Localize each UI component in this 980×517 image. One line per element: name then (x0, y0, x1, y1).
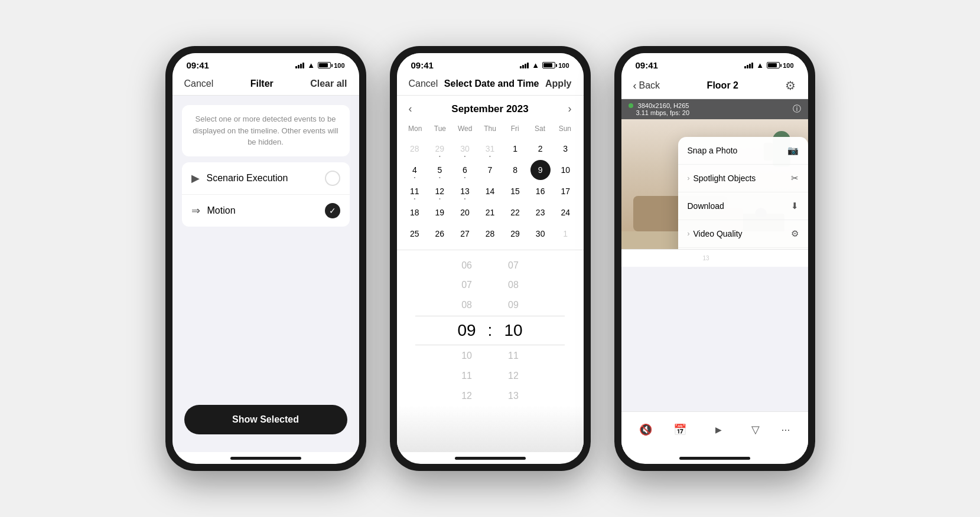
cal-day[interactable]: 22 (503, 202, 528, 222)
cal-day[interactable]: 26 (428, 224, 452, 244)
cal-day[interactable]: 23 (528, 202, 552, 222)
minute-item[interactable]: 09 (508, 297, 519, 313)
menu-item-spotlight[interactable]: › Spotlight Objects ✂ (678, 165, 808, 192)
cal-day[interactable]: 19 (428, 202, 452, 222)
cal-day[interactable]: 1 (554, 224, 578, 244)
timeline-tick: 13 (699, 255, 714, 261)
hour-item[interactable]: 12 (461, 388, 472, 404)
wifi-icon-3: ▲ (756, 61, 764, 70)
cal-day[interactable]: 1 (503, 139, 528, 159)
filter-button[interactable]: ▽ (751, 423, 760, 436)
cal-day[interactable]: 24 (554, 202, 578, 222)
minute-item[interactable]: 12 (508, 368, 519, 384)
apply-button[interactable]: Apply (545, 78, 571, 89)
cal-day[interactable]: 18 (403, 202, 427, 222)
cal-day[interactable]: 17 (554, 181, 578, 201)
cal-day[interactable]: 13 (453, 181, 477, 201)
hour-item[interactable]: 08 (461, 297, 472, 313)
hour-selected[interactable]: 09 (457, 318, 476, 344)
prev-month-button[interactable]: ‹ (409, 103, 412, 115)
calendar-days: 28 29 30 31 1 2 3 4 5 6 7 8 9 10 11 (403, 139, 578, 244)
download-icon: ⬇ (791, 201, 799, 211)
cal-day[interactable]: 4 (403, 160, 427, 180)
play-button[interactable]: ▶ (708, 419, 730, 440)
clear-all-button[interactable]: Clear all (310, 78, 347, 89)
battery-label-1: 100 (334, 62, 344, 69)
next-month-button[interactable]: › (568, 103, 572, 115)
filter-item-scenario[interactable]: ▶ Scenario Execution (182, 162, 350, 195)
filter-item-motion[interactable]: ⇒ Motion ✓ (182, 195, 350, 227)
calendar-button[interactable]: 📅 (673, 423, 686, 436)
cal-day[interactable]: 16 (528, 181, 552, 201)
cal-day[interactable]: 20 (453, 202, 477, 222)
motion-toggle[interactable]: ✓ (325, 203, 340, 218)
signal-icon-1 (295, 62, 304, 68)
cal-day[interactable]: 28 (403, 139, 427, 159)
cal-day[interactable]: 25 (403, 224, 427, 244)
weekday-tue: Tue (428, 122, 452, 135)
cal-day[interactable]: 11 (403, 181, 427, 201)
camera-spacer (621, 267, 808, 411)
camera-feed[interactable]: Snap a Photo 📷 › Spotlight Objects ✂ Dow… (621, 119, 808, 249)
speaker-button[interactable]: 🔇 (639, 423, 652, 436)
hour-item[interactable]: 06 (461, 258, 472, 273)
camera-timeline: 13 (621, 249, 808, 267)
menu-item-fullscreen[interactable]: Full screen ⤢ (678, 248, 808, 249)
cal-day[interactable]: 10 (554, 160, 578, 180)
cal-day[interactable]: 28 (478, 224, 502, 244)
cal-day[interactable]: 15 (503, 181, 528, 201)
time-fade-bottom (397, 405, 584, 452)
cal-day[interactable]: 29 (428, 139, 452, 159)
cal-day[interactable]: 5 (428, 160, 452, 180)
home-indicator-2 (397, 452, 584, 464)
cal-day[interactable]: 30 (453, 139, 477, 159)
scenario-toggle[interactable] (325, 171, 340, 186)
cal-day[interactable]: 3 (554, 139, 578, 159)
minute-column[interactable]: 07 08 09 10 11 12 13 (504, 258, 522, 403)
cancel-button-2[interactable]: Cancel (409, 78, 438, 89)
menu-item-download[interactable]: Download ⬇ (678, 192, 808, 220)
menu-item-snap[interactable]: Snap a Photo 📷 (678, 137, 808, 165)
context-menu: Snap a Photo 📷 › Spotlight Objects ✂ Dow… (678, 137, 808, 249)
back-button[interactable]: ‹ Back (633, 80, 660, 92)
settings-button[interactable] (785, 78, 796, 93)
cal-day[interactable]: 2 (528, 139, 552, 159)
home-indicator-3 (621, 452, 808, 464)
cal-day-selected[interactable]: 9 (530, 160, 551, 180)
status-bar-2: 09:41 ▲ 100 (397, 53, 584, 74)
time-picker[interactable]: 06 07 08 09 10 11 12 : 07 08 09 10 1 (397, 256, 584, 405)
minute-item[interactable]: 13 (508, 388, 519, 404)
cal-day[interactable]: 8 (503, 160, 528, 180)
show-selected-button[interactable]: Show Selected (184, 405, 347, 434)
cal-day[interactable]: 21 (478, 202, 502, 222)
minute-selected[interactable]: 10 (504, 318, 522, 344)
quality-chevron-icon: › (688, 230, 690, 238)
cal-day[interactable]: 7 (478, 160, 502, 180)
signal-icon-3 (744, 62, 753, 68)
cal-day[interactable]: 30 (528, 224, 552, 244)
hour-item[interactable]: 11 (461, 368, 472, 384)
minute-item[interactable]: 08 (508, 277, 519, 293)
cal-day[interactable]: 6 (453, 160, 477, 180)
minute-item[interactable]: 07 (508, 258, 519, 273)
more-button[interactable]: ··· (781, 424, 790, 436)
menu-item-video-quality[interactable]: › Video Quality ⚙ (678, 220, 808, 248)
cal-day[interactable]: 29 (503, 224, 528, 244)
time-colon: : (488, 321, 493, 340)
battery-label-2: 100 (558, 62, 569, 69)
battery-icon-2 (542, 62, 555, 68)
info-icon[interactable]: ⓘ (793, 104, 801, 114)
snap-photo-label: Snap a Photo (688, 146, 738, 155)
home-indicator-1 (172, 452, 359, 464)
hour-item[interactable]: 10 (461, 348, 472, 364)
cal-day[interactable]: 27 (453, 224, 477, 244)
minute-item[interactable]: 11 (508, 348, 519, 364)
hour-item[interactable]: 07 (461, 277, 472, 293)
cal-day[interactable]: 31 (478, 139, 502, 159)
cancel-button-1[interactable]: Cancel (184, 78, 214, 89)
camera-bottom-bar: 🔇 📅 ▶ ▽ ··· (621, 411, 808, 452)
back-arrow-icon: ‹ (633, 80, 637, 92)
cal-day[interactable]: 14 (478, 181, 502, 201)
cal-day[interactable]: 12 (428, 181, 452, 201)
hour-column[interactable]: 06 07 08 09 10 11 12 (457, 258, 476, 403)
